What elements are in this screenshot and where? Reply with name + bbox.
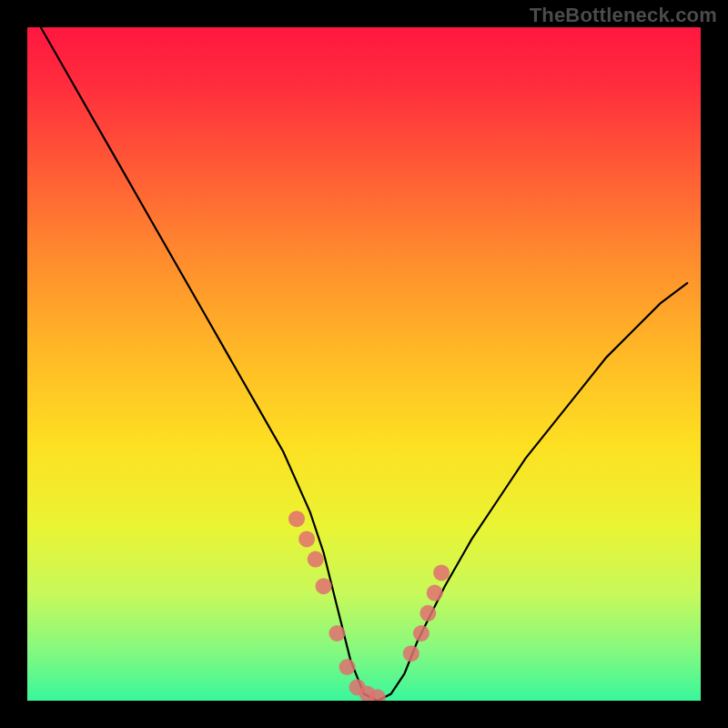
highlight-dots-right: [403, 564, 450, 662]
watermark-text: TheBottleneck.com: [530, 5, 717, 25]
highlight-dot: [316, 578, 332, 594]
highlight-dot: [433, 564, 450, 581]
highlight-dot: [298, 531, 315, 547]
curve-layer: [27, 27, 701, 701]
plot-area: [27, 27, 701, 701]
highlight-dot: [403, 645, 420, 662]
highlight-dot: [420, 605, 436, 622]
highlight-dot: [339, 659, 356, 675]
highlight-dot: [308, 551, 324, 568]
highlight-dot: [288, 511, 305, 527]
bottleneck-curve: [41, 27, 687, 701]
highlight-dot: [413, 625, 430, 642]
chart-frame: TheBottleneck.com: [0, 0, 728, 728]
highlight-dot: [329, 625, 345, 642]
highlight-dot: [427, 585, 443, 602]
